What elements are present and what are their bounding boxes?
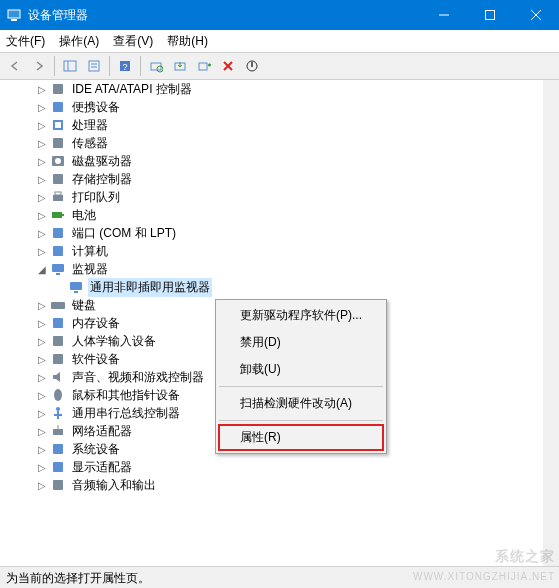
storage-icon bbox=[50, 171, 66, 187]
expander-icon[interactable]: ▷ bbox=[34, 243, 50, 259]
expander-icon[interactable]: ▷ bbox=[34, 207, 50, 223]
tree-item-label: IDE ATA/ATAPI 控制器 bbox=[70, 80, 194, 99]
svg-rect-8 bbox=[89, 61, 99, 71]
expander-icon[interactable]: ▷ bbox=[34, 477, 50, 493]
ctx-update-driver[interactable]: 更新驱动程序软件(P)... bbox=[218, 302, 384, 329]
uninstall-icon[interactable] bbox=[193, 55, 215, 77]
svg-point-43 bbox=[56, 407, 60, 411]
tree-item[interactable]: ▷计算机 bbox=[16, 242, 543, 260]
help-icon[interactable]: ? bbox=[114, 55, 136, 77]
expander-icon[interactable]: ▷ bbox=[34, 99, 50, 115]
sensor-icon bbox=[50, 135, 66, 151]
properties-icon[interactable] bbox=[83, 55, 105, 77]
tree-item[interactable]: ▷磁盘驱动器 bbox=[16, 152, 543, 170]
tree-item-label: 显示适配器 bbox=[70, 458, 134, 477]
menu-action[interactable]: 操作(A) bbox=[59, 33, 99, 50]
tree-item-label: 通用非即插即用监视器 bbox=[88, 278, 212, 297]
close-button[interactable] bbox=[513, 0, 559, 30]
window-title: 设备管理器 bbox=[28, 7, 421, 24]
menu-file[interactable]: 文件(F) bbox=[6, 33, 45, 50]
ide-icon bbox=[50, 81, 66, 97]
expander-icon[interactable]: ▷ bbox=[34, 117, 50, 133]
svg-rect-32 bbox=[53, 228, 63, 238]
svg-rect-24 bbox=[53, 138, 63, 148]
expander-icon[interactable]: ▷ bbox=[34, 351, 50, 367]
tree-item[interactable]: ▷处理器 bbox=[16, 116, 543, 134]
svg-rect-31 bbox=[62, 214, 64, 216]
expander-icon[interactable]: ▷ bbox=[34, 225, 50, 241]
tree-item[interactable]: ▷音频输入和输出 bbox=[16, 476, 543, 494]
svg-rect-35 bbox=[56, 273, 60, 275]
expander-icon[interactable]: ▷ bbox=[34, 441, 50, 457]
tree-item[interactable]: ▷存储控制器 bbox=[16, 170, 543, 188]
minimize-button[interactable] bbox=[421, 0, 467, 30]
expander-icon[interactable]: ▷ bbox=[34, 369, 50, 385]
tree-item[interactable]: ▷便携设备 bbox=[16, 98, 543, 116]
tree-item[interactable]: ▷电池 bbox=[16, 206, 543, 224]
cpu-icon bbox=[50, 117, 66, 133]
menu-view[interactable]: 查看(V) bbox=[113, 33, 153, 50]
tree-item[interactable]: ▷传感器 bbox=[16, 134, 543, 152]
enable-icon[interactable] bbox=[241, 55, 263, 77]
expander-icon[interactable] bbox=[52, 279, 68, 295]
menu-help[interactable]: 帮助(H) bbox=[167, 33, 208, 50]
toolbar: ? bbox=[0, 52, 559, 80]
maximize-button[interactable] bbox=[467, 0, 513, 30]
ctx-properties[interactable]: 属性(R) bbox=[218, 424, 384, 451]
svg-rect-38 bbox=[51, 302, 65, 309]
expander-icon[interactable]: ▷ bbox=[34, 297, 50, 313]
tree-item-label: 系统设备 bbox=[70, 440, 122, 459]
tree-item-label: 打印队列 bbox=[70, 188, 122, 207]
hid-icon bbox=[50, 333, 66, 349]
tree-item-label: 传感器 bbox=[70, 134, 110, 153]
tree-item[interactable]: ◢监视器 bbox=[16, 260, 543, 278]
disable-icon[interactable] bbox=[217, 55, 239, 77]
vertical-scrollbar[interactable] bbox=[543, 80, 559, 566]
ctx-disable[interactable]: 禁用(D) bbox=[218, 329, 384, 356]
svg-text:?: ? bbox=[122, 62, 127, 72]
ctx-separator bbox=[219, 386, 383, 387]
tree-item-label: 音频输入和输出 bbox=[70, 476, 158, 495]
tree-item-label: 人体学输入设备 bbox=[70, 332, 158, 351]
expander-icon[interactable]: ▷ bbox=[34, 135, 50, 151]
ctx-scan[interactable]: 扫描检测硬件改动(A) bbox=[218, 390, 384, 417]
tree-item-label: 键盘 bbox=[70, 296, 98, 315]
expander-icon[interactable]: ▷ bbox=[34, 459, 50, 475]
computer-icon bbox=[50, 243, 66, 259]
expander-icon[interactable]: ▷ bbox=[34, 171, 50, 187]
battery-icon bbox=[50, 207, 66, 223]
ctx-uninstall[interactable]: 卸载(U) bbox=[218, 356, 384, 383]
tree-item-label: 网络适配器 bbox=[70, 422, 134, 441]
expander-icon[interactable]: ▷ bbox=[34, 153, 50, 169]
expander-icon[interactable]: ▷ bbox=[34, 189, 50, 205]
svg-rect-41 bbox=[53, 354, 63, 364]
back-button-icon[interactable] bbox=[4, 55, 26, 77]
expander-icon[interactable]: ▷ bbox=[34, 423, 50, 439]
svg-rect-20 bbox=[53, 84, 63, 94]
expander-icon[interactable]: ▷ bbox=[34, 315, 50, 331]
tree-item[interactable]: ▷打印队列 bbox=[16, 188, 543, 206]
expander-icon[interactable]: ▷ bbox=[34, 387, 50, 403]
show-hide-tree-icon[interactable] bbox=[59, 55, 81, 77]
software-icon bbox=[50, 351, 66, 367]
expander-icon[interactable]: ◢ bbox=[34, 261, 50, 277]
tree-item-label: 内存设备 bbox=[70, 314, 122, 333]
tree-item[interactable]: ▷端口 (COM 和 LPT) bbox=[16, 224, 543, 242]
audio-icon bbox=[50, 369, 66, 385]
scan-hardware-icon[interactable] bbox=[145, 55, 167, 77]
memory-icon bbox=[50, 315, 66, 331]
expander-icon[interactable]: ▷ bbox=[34, 81, 50, 97]
update-driver-icon[interactable] bbox=[169, 55, 191, 77]
tree-item[interactable]: ▷显示适配器 bbox=[16, 458, 543, 476]
tree-item[interactable]: 通用非即插即用监视器 bbox=[16, 278, 543, 296]
svg-rect-29 bbox=[55, 192, 61, 195]
expander-icon[interactable]: ▷ bbox=[34, 405, 50, 421]
svg-point-42 bbox=[54, 389, 62, 401]
tree-item[interactable]: ▷IDE ATA/ATAPI 控制器 bbox=[16, 80, 543, 98]
svg-rect-0 bbox=[8, 10, 20, 18]
tree-item-label: 存储控制器 bbox=[70, 170, 134, 189]
expander-icon[interactable]: ▷ bbox=[34, 333, 50, 349]
forward-button-icon[interactable] bbox=[28, 55, 50, 77]
tree-item-label: 端口 (COM 和 LPT) bbox=[70, 224, 178, 243]
disk-icon bbox=[50, 153, 66, 169]
